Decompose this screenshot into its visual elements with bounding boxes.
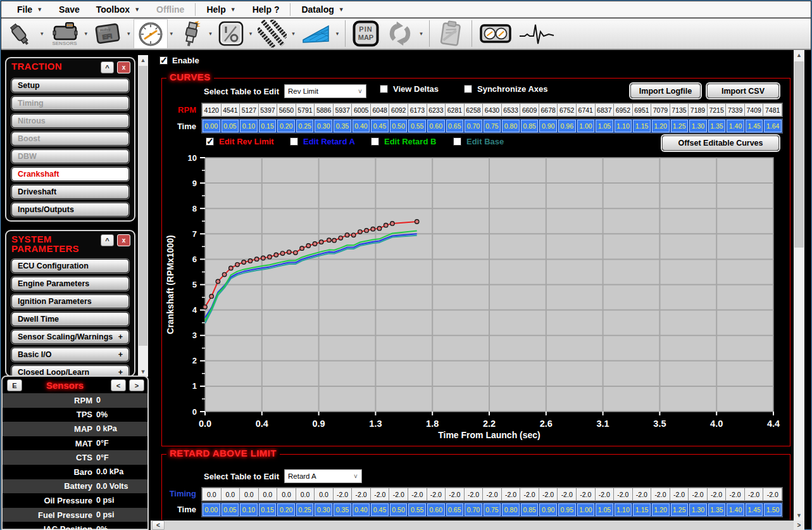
table-cell[interactable]: 1.05: [596, 503, 613, 516]
sidebar-scrollbar[interactable]: ▲ ▼: [138, 55, 148, 377]
table-cell[interactable]: -2.0: [408, 488, 427, 500]
table-cell[interactable]: 0.05: [222, 120, 239, 132]
pin-map-tool[interactable]: PINMAP: [350, 19, 382, 48]
table-cell[interactable]: -2.0: [389, 488, 408, 500]
table-cell[interactable]: -2.0: [689, 488, 707, 500]
sync-tool[interactable]: [383, 19, 417, 48]
sensors-next-icon[interactable]: >: [129, 379, 144, 391]
table-cell[interactable]: -2.0: [651, 488, 670, 500]
map-3d-tool[interactable]: [298, 19, 334, 48]
chevron-down-icon[interactable]: ▾: [41, 30, 44, 37]
table-cell[interactable]: 0.55: [408, 503, 426, 516]
table-cell[interactable]: 0.80: [502, 120, 520, 132]
table-cell[interactable]: 1.40: [727, 503, 744, 516]
scroll-up-icon[interactable]: ▲: [138, 55, 148, 65]
table-cell[interactable]: -2.0: [446, 488, 464, 500]
table-cell[interactable]: -2.0: [596, 488, 614, 500]
efi-box-tool[interactable]: HolleyEFI: [91, 19, 125, 48]
table-cell[interactable]: 1.35: [708, 120, 726, 132]
table-cell[interactable]: -2.0: [558, 488, 576, 500]
table-cell[interactable]: 0.00: [203, 503, 220, 516]
table-cell[interactable]: -2.0: [520, 488, 539, 500]
table-cell[interactable]: 0.50: [390, 503, 408, 516]
table-cell[interactable]: 1.20: [652, 120, 670, 132]
scroll-left-icon[interactable]: <: [152, 521, 165, 530]
table-cell[interactable]: 0.15: [259, 503, 277, 516]
sensors-prev-icon[interactable]: <: [111, 379, 126, 391]
traction-stripes-tool[interactable]: [255, 19, 289, 48]
table-cell[interactable]: 1.10: [615, 503, 632, 516]
edit-curve-checkbox[interactable]: [371, 137, 379, 146]
table-cell[interactable]: 0.05: [222, 503, 239, 516]
edit-curve-checkbox[interactable]: [206, 137, 214, 146]
table-cell[interactable]: -2.0: [763, 488, 782, 500]
sidebar-item-basic-i-o[interactable]: Basic I/O+: [11, 348, 129, 362]
menu-save[interactable]: Save: [51, 1, 88, 17]
table-cell[interactable]: -2.0: [726, 488, 744, 500]
sidebar-item-dwell-time[interactable]: Dwell Time: [11, 312, 129, 326]
table-cell[interactable]: 0.95: [558, 503, 576, 516]
table-cell[interactable]: 1.64: [764, 120, 782, 132]
table-cell[interactable]: 1.15: [633, 120, 651, 132]
offset-editable-curves-button[interactable]: Offset Editable Curves: [662, 136, 779, 151]
table-cell[interactable]: 0.96: [558, 120, 576, 132]
table-cell[interactable]: 1.00: [577, 120, 595, 132]
table-cell[interactable]: 1.25: [671, 120, 689, 132]
sidebar-item-ignition-parameters[interactable]: Ignition Parameters: [11, 294, 129, 308]
table-cell[interactable]: -2.0: [483, 488, 501, 500]
table-cell[interactable]: 0.65: [446, 120, 464, 132]
table-cell[interactable]: 0.0: [296, 488, 315, 500]
chevron-down-icon[interactable]: ▾: [249, 30, 253, 37]
table-cell[interactable]: 0.0: [315, 488, 333, 500]
io-tool[interactable]: [215, 19, 247, 48]
synchronize-axes-checkbox[interactable]: [464, 85, 472, 93]
main-horizontal-scrollbar[interactable]: <: [151, 521, 794, 530]
table-cell[interactable]: -2.0: [427, 488, 446, 500]
table-cell[interactable]: -2.0: [465, 488, 483, 500]
table-cell[interactable]: 0.0: [203, 488, 221, 500]
edit-curve-checkbox[interactable]: [453, 137, 461, 146]
table-cell[interactable]: 0.20: [277, 503, 295, 516]
table-cell[interactable]: 0.35: [334, 503, 351, 516]
chevron-down-icon[interactable]: ▾: [292, 30, 295, 37]
table-cell[interactable]: 0.25: [296, 120, 314, 132]
dual-gauges-tool[interactable]: [477, 19, 515, 48]
menu-toolbox[interactable]: Toolbox▼: [88, 1, 148, 17]
menu-help[interactable]: Help ?: [244, 1, 288, 17]
table-cell[interactable]: 1.10: [615, 120, 632, 132]
chevron-down-icon[interactable]: ▾: [127, 30, 130, 37]
table-cell[interactable]: 0.45: [371, 120, 389, 132]
table-cell[interactable]: 0.40: [353, 503, 370, 516]
spark-plug-tool[interactable]: [176, 19, 206, 48]
table-cell[interactable]: 1.45: [746, 120, 763, 132]
chevron-down-icon[interactable]: ▾: [336, 30, 339, 37]
sidebar-item-engine-parameters[interactable]: Engine Parameters: [11, 277, 129, 291]
main-vertical-scrollbar[interactable]: ▲ ▼: [794, 50, 804, 521]
table-cell[interactable]: 1.30: [689, 120, 707, 132]
menu-help[interactable]: Help▼: [198, 1, 244, 17]
sensors-module-tool[interactable]: SENSORS: [47, 19, 82, 48]
sidebar-item-ecu-configuration[interactable]: ECU Configuration: [11, 259, 129, 273]
table-cell[interactable]: 1.20: [652, 503, 670, 516]
collapse-icon[interactable]: ^: [101, 61, 114, 73]
import-csv-button[interactable]: Import CSV: [707, 84, 779, 98]
table-cell[interactable]: -2.0: [614, 488, 632, 500]
table-cell[interactable]: 0.25: [296, 503, 314, 516]
table-cell[interactable]: 0.85: [521, 503, 539, 516]
import-logfile-button[interactable]: Import Logfile: [630, 84, 701, 98]
table-cell[interactable]: 0.70: [465, 120, 482, 132]
table-cell[interactable]: -2.0: [577, 488, 595, 500]
table-cell[interactable]: 1.25: [671, 503, 689, 516]
table-cell[interactable]: 0.85: [521, 120, 539, 132]
chevron-down-icon[interactable]: ▾: [85, 30, 88, 37]
table-cell[interactable]: -2.0: [745, 488, 763, 500]
table-cell[interactable]: 1.15: [633, 503, 651, 516]
table-cell[interactable]: -2.0: [334, 488, 352, 500]
table-cell[interactable]: 0.55: [408, 120, 426, 132]
table-cell[interactable]: 0.75: [484, 503, 501, 516]
table-cell[interactable]: 0.35: [334, 120, 351, 132]
table-cell[interactable]: 0.75: [484, 120, 501, 132]
scrollbar-thumb[interactable]: [139, 66, 147, 346]
table-cell[interactable]: -2.0: [708, 488, 726, 500]
scrollbar-thumb[interactable]: [794, 61, 804, 248]
